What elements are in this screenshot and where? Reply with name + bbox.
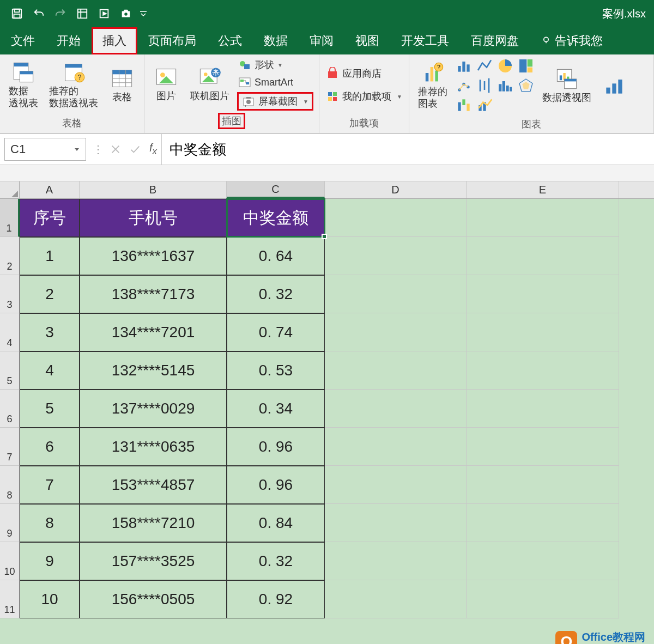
data-cell[interactable]: 158****7210 — [80, 504, 227, 542]
empty-cell[interactable] — [467, 466, 619, 504]
col-header-E[interactable]: E — [467, 181, 619, 198]
empty-cell[interactable] — [325, 542, 467, 580]
row-header-6[interactable]: 6 — [0, 390, 20, 428]
data-cell[interactable]: 2 — [20, 275, 80, 313]
data-cell[interactable]: 5 — [20, 390, 80, 428]
enter-button[interactable] — [125, 139, 145, 159]
recommended-pivot-button[interactable]: ? 推荐的数据透视表 — [46, 58, 101, 111]
combo-chart-icon[interactable] — [476, 96, 493, 114]
scatter-chart-icon[interactable] — [455, 77, 473, 94]
empty-cell[interactable] — [325, 504, 467, 542]
stock-chart-icon[interactable] — [476, 77, 493, 94]
data-cell[interactable]: 0. 32 — [227, 542, 325, 580]
empty-cell[interactable] — [467, 351, 619, 390]
name-box[interactable]: C1 — [4, 138, 86, 161]
empty-cell[interactable] — [325, 466, 467, 504]
shapes-button[interactable]: 形状▼ — [237, 57, 313, 72]
tab-dev[interactable]: 开发工具 — [390, 27, 460, 54]
data-cell[interactable]: 8 — [20, 504, 80, 542]
col-header-B[interactable]: B — [80, 181, 227, 198]
data-cell[interactable]: 0. 74 — [227, 313, 325, 351]
tab-layout[interactable]: 页面布局 — [137, 27, 207, 54]
empty-cell[interactable] — [467, 580, 619, 618]
undo-button[interactable] — [30, 5, 47, 22]
data-cell[interactable]: 3 — [20, 313, 80, 351]
row-header-1[interactable]: 1 — [0, 199, 20, 237]
data-cell[interactable]: 136****1637 — [80, 237, 227, 275]
data-cell[interactable]: 1 — [20, 237, 80, 275]
empty-cell[interactable] — [325, 313, 467, 351]
qat-customize-button[interactable] — [139, 5, 148, 22]
fill-handle[interactable] — [322, 234, 327, 239]
row-header-7[interactable]: 7 — [0, 428, 20, 466]
header-cell[interactable]: 手机号 — [80, 199, 227, 237]
row-header-5[interactable]: 5 — [0, 351, 20, 390]
empty-cell[interactable] — [467, 390, 619, 428]
data-cell[interactable]: 0. 84 — [227, 504, 325, 542]
redo-button[interactable] — [52, 5, 69, 22]
formula-bar[interactable]: 中奖金额 — [161, 134, 654, 165]
row-header-8[interactable]: 8 — [0, 466, 20, 504]
qat-button-2[interactable] — [95, 5, 113, 22]
empty-cell[interactable] — [325, 351, 467, 390]
save-button[interactable] — [8, 5, 26, 22]
empty-cell[interactable] — [467, 504, 619, 542]
empty-cell[interactable] — [467, 237, 619, 275]
data-cell[interactable]: 138****7173 — [80, 275, 227, 313]
line-chart-icon[interactable] — [476, 57, 493, 75]
data-cell[interactable]: 0. 34 — [227, 390, 325, 428]
store-button[interactable]: 应用商店 — [325, 66, 403, 81]
row-header-4[interactable]: 4 — [0, 313, 20, 351]
chevron-down-icon[interactable] — [74, 146, 80, 153]
data-cell[interactable]: 9 — [20, 542, 80, 580]
data-cell[interactable]: 0. 92 — [227, 580, 325, 618]
row-header-2[interactable]: 2 — [0, 237, 20, 275]
data-cell[interactable]: 156****0505 — [80, 580, 227, 618]
tab-insert[interactable]: 插入 — [92, 27, 137, 54]
empty-cell[interactable] — [467, 199, 619, 237]
col-header-D[interactable]: D — [325, 181, 467, 198]
spreadsheet-grid[interactable]: ABCDE 1234567891011 序号手机号中奖金额1136****163… — [0, 181, 654, 644]
cancel-button[interactable] — [106, 139, 125, 159]
data-cell[interactable]: 0. 32 — [227, 275, 325, 313]
tab-baidu[interactable]: 百度网盘 — [460, 27, 530, 54]
my-addins-button[interactable]: 我的加载项▼ — [325, 89, 403, 104]
data-cell[interactable]: 153****4857 — [80, 466, 227, 504]
empty-cell[interactable] — [325, 275, 467, 313]
tab-view[interactable]: 视图 — [344, 27, 390, 54]
empty-cell[interactable] — [467, 542, 619, 580]
tab-review[interactable]: 审阅 — [299, 27, 344, 54]
recommended-charts-button[interactable]: ? 推荐的图表 — [415, 59, 451, 112]
header-cell[interactable]: 序号 — [20, 199, 80, 237]
smartart-button[interactable]: SmartArt — [237, 75, 313, 90]
pie-chart-icon[interactable] — [496, 57, 514, 75]
online-pictures-button[interactable]: 联机图片 — [187, 63, 233, 105]
data-cell[interactable]: 0. 53 — [227, 351, 325, 390]
data-cell[interactable]: 134****7201 — [80, 313, 227, 351]
empty-cell[interactable] — [325, 237, 467, 275]
data-cell[interactable]: 7 — [20, 466, 80, 504]
empty-cell[interactable] — [325, 199, 467, 237]
more-charts-button[interactable] — [599, 71, 629, 100]
data-cell[interactable]: 4 — [20, 351, 80, 390]
fx-icon[interactable]: fx — [149, 142, 157, 157]
radar-chart-icon[interactable] — [517, 77, 535, 94]
row-header-3[interactable]: 3 — [0, 275, 20, 313]
row-header-10[interactable]: 10 — [0, 542, 20, 580]
col-header-C[interactable]: C — [227, 181, 325, 198]
empty-cell[interactable] — [325, 428, 467, 466]
data-cell[interactable]: 0. 64 — [227, 237, 325, 275]
tab-file[interactable]: 文件 — [0, 27, 46, 54]
data-cell[interactable]: 132****5145 — [80, 351, 227, 390]
select-all-button[interactable] — [0, 181, 20, 198]
data-cell[interactable]: 157****3525 — [80, 542, 227, 580]
treemap-chart-icon[interactable] — [517, 57, 535, 75]
col-header-A[interactable]: A — [20, 181, 80, 198]
tab-data[interactable]: 数据 — [253, 27, 299, 54]
empty-cell[interactable] — [467, 313, 619, 351]
table-button[interactable]: 表格 — [106, 64, 138, 106]
data-cell[interactable]: 131****0635 — [80, 428, 227, 466]
pivot-chart-button[interactable]: 数据透视图 — [539, 65, 595, 106]
qat-button-1[interactable] — [74, 5, 91, 22]
tab-formulas[interactable]: 公式 — [207, 27, 253, 54]
